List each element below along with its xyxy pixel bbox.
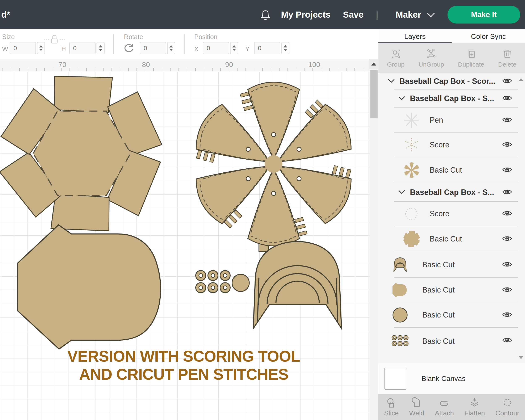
- y-stepper[interactable]: [281, 42, 289, 54]
- layer-label: Basic Cut: [422, 311, 455, 319]
- flatten-button[interactable]: Flatten: [464, 394, 485, 420]
- layer-thumbnail-score-lines: [402, 136, 421, 154]
- visibility-eye-icon[interactable]: [502, 311, 512, 319]
- slice-button[interactable]: Slice: [384, 394, 399, 420]
- rotate-stepper[interactable]: [167, 42, 175, 54]
- layer-row[interactable]: Basic Cut: [378, 157, 525, 183]
- layer-label: Score: [430, 140, 450, 149]
- scroll-up-button[interactable]: [369, 59, 378, 69]
- group-button[interactable]: Group: [387, 43, 404, 73]
- blank-canvas-row[interactable]: Blank Canvas: [378, 363, 525, 394]
- chevron-down-icon[interactable]: [427, 12, 435, 19]
- group-label: Baseball Cap Box - Scor...: [399, 77, 495, 86]
- layer-row[interactable]: Score: [378, 133, 525, 157]
- visibility-eye-icon[interactable]: [502, 188, 512, 196]
- slice-icon: [386, 397, 397, 409]
- blank-canvas-label: Blank Canvas: [422, 374, 466, 383]
- layer-thumbnail-hexagon-cut: [402, 230, 421, 248]
- make-it-button[interactable]: Make It: [448, 6, 520, 24]
- x-input[interactable]: [203, 42, 229, 54]
- layer-label: Score: [430, 209, 450, 218]
- layer-group-row[interactable]: Baseball Cap Box - Scor...: [378, 73, 525, 89]
- ungroup-icon: [426, 48, 437, 59]
- my-projects-link[interactable]: My Projects: [281, 0, 330, 29]
- rotate-icon[interactable]: [123, 43, 134, 55]
- weld-icon: [411, 397, 422, 409]
- canvas-scrollbar[interactable]: [369, 59, 378, 420]
- layer-row[interactable]: Basic Cut: [378, 252, 525, 278]
- y-input[interactable]: [254, 42, 280, 54]
- visibility-eye-icon[interactable]: [502, 77, 512, 85]
- design-canvas[interactable]: 70 80 90 100: [0, 59, 369, 420]
- x-stepper[interactable]: [230, 42, 238, 54]
- visibility-eye-icon[interactable]: [502, 166, 512, 174]
- panel-tabs: Layers Color Sync: [378, 29, 525, 43]
- cap-crown-shape[interactable]: [186, 82, 361, 252]
- save-link[interactable]: Save: [343, 0, 364, 29]
- layer-row[interactable]: Basic Cut: [378, 226, 525, 252]
- visibility-eye-icon[interactable]: [502, 286, 512, 294]
- panel-scroll-down-icon[interactable]: [519, 356, 523, 359]
- layer-group-row[interactable]: Baseball Cap Box - S...: [378, 89, 525, 108]
- visibility-eye-icon[interactable]: [502, 141, 512, 149]
- app-header: d* My Projects Save | Maker Make It: [0, 0, 525, 29]
- layer-thumbnail-circle-cut: [391, 306, 409, 324]
- layer-row[interactable]: Basic Cut: [378, 278, 525, 302]
- eyelets-shape[interactable]: [196, 271, 230, 293]
- chevron-down-icon[interactable]: [388, 79, 395, 84]
- group-icon: [390, 48, 401, 59]
- width-input[interactable]: [10, 42, 36, 54]
- contour-icon: [502, 397, 513, 409]
- rotate-input[interactable]: [140, 42, 166, 54]
- visibility-eye-icon[interactable]: [502, 337, 512, 345]
- contour-button[interactable]: Contour: [495, 394, 519, 420]
- blank-canvas-swatch[interactable]: [384, 368, 406, 390]
- layer-thumbnail-eyelets-cut: [391, 331, 409, 350]
- header-divider: |: [376, 0, 378, 29]
- machine-selector[interactable]: Maker: [396, 0, 421, 29]
- layer-thumbnail-visor-cut: [391, 256, 409, 274]
- notifications-bell-icon[interactable]: [260, 9, 271, 22]
- visibility-eye-icon[interactable]: [502, 94, 512, 103]
- layer-row[interactable]: Pen: [378, 108, 525, 133]
- layer-row[interactable]: Score: [378, 202, 525, 226]
- visibility-eye-icon[interactable]: [502, 235, 512, 243]
- scrollbar-thumb[interactable]: [370, 70, 378, 118]
- visibility-eye-icon[interactable]: [502, 210, 512, 218]
- y-label: Y: [245, 45, 250, 53]
- x-label: X: [194, 45, 198, 53]
- weld-button[interactable]: Weld: [409, 394, 424, 420]
- visibility-eye-icon[interactable]: [502, 116, 512, 124]
- layer-group-row[interactable]: Baseball Cap Box - S...: [378, 183, 525, 202]
- top-button-circle-shape[interactable]: [232, 274, 249, 291]
- chevron-down-icon[interactable]: [398, 190, 405, 195]
- tab-color-sync[interactable]: Color Sync: [452, 29, 525, 43]
- visibility-eye-icon[interactable]: [502, 261, 512, 269]
- hexagon-box-shape[interactable]: [0, 75, 162, 233]
- flatten-icon: [469, 397, 480, 409]
- layer-label: Basic Cut: [430, 166, 462, 175]
- trash-icon: [502, 48, 513, 59]
- layer-row[interactable]: Basic Cut: [378, 328, 525, 363]
- attach-button[interactable]: Attach: [435, 394, 454, 420]
- side-panel-shape[interactable]: [18, 225, 160, 349]
- lock-aspect-icon[interactable]: [50, 34, 59, 46]
- height-input[interactable]: [69, 42, 95, 54]
- layer-thumbnail-side-panel-cut: [391, 281, 409, 299]
- delete-button[interactable]: Delete: [498, 43, 516, 73]
- duplicate-button[interactable]: Duplicate: [458, 43, 484, 73]
- canvas-caption-text[interactable]: VERSION WITH SCORING TOOL AND CRICUT PEN…: [53, 347, 315, 383]
- layer-row[interactable]: Basic Cut: [378, 302, 525, 328]
- visor-shape[interactable]: [253, 242, 341, 328]
- rotate-label: Rotate: [124, 33, 143, 41]
- layer-label: Basic Cut: [422, 337, 455, 346]
- height-stepper[interactable]: [97, 42, 104, 54]
- tab-layers[interactable]: Layers: [378, 29, 452, 43]
- layer-label: Basic Cut: [430, 234, 462, 243]
- layers-panel: Layers Color Sync Group UnGroup Duplicat…: [378, 29, 525, 420]
- attach-icon: [439, 397, 450, 409]
- width-stepper[interactable]: [37, 42, 45, 54]
- chevron-down-icon[interactable]: [398, 96, 405, 101]
- ungroup-button[interactable]: UnGroup: [419, 43, 444, 73]
- panel-scroll-up-icon[interactable]: [519, 78, 523, 81]
